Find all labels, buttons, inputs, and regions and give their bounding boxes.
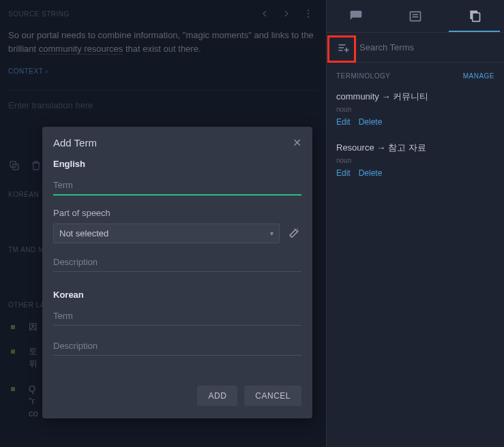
add-term-modal: Add Term ✕ English Part of speech Not se…: [42, 127, 312, 418]
english-term-input[interactable]: [53, 176, 301, 196]
manage-link[interactable]: MANAGE: [463, 72, 494, 80]
korean-term-input[interactable]: [53, 307, 301, 326]
tab-terminology[interactable]: [449, 1, 500, 32]
cancel-button[interactable]: CANCEL: [244, 386, 301, 406]
term-entry: community → 커뮤니티 noun Edit Delete: [327, 85, 504, 136]
edit-link[interactable]: Edit: [336, 117, 351, 127]
delete-link[interactable]: Delete: [359, 168, 383, 178]
search-terms-input[interactable]: [354, 37, 497, 58]
chevron-down-icon: ▾: [270, 230, 273, 237]
svg-rect-9: [472, 12, 479, 21]
terminology-heading: TERMINOLOGY: [336, 72, 390, 80]
terminology-sidebar: TERMINOLOGY MANAGE community → 커뮤니티 noun…: [326, 0, 504, 447]
close-icon[interactable]: ✕: [293, 136, 301, 149]
korean-label: Korean: [53, 290, 301, 300]
term-entry: Resource → 참고 자료 noun Edit Delete: [327, 136, 504, 187]
modal-title: Add Term: [53, 137, 97, 149]
edit-link[interactable]: Edit: [336, 168, 351, 178]
english-label: English: [53, 159, 301, 169]
add-button[interactable]: ADD: [197, 386, 237, 406]
pos-label: Part of speech: [53, 208, 301, 218]
pos-select[interactable]: Not selected ▾: [53, 224, 280, 243]
tab-comments[interactable]: [331, 1, 382, 31]
english-description-input[interactable]: [53, 253, 301, 272]
tab-context[interactable]: [389, 1, 441, 31]
add-term-icon[interactable]: [333, 37, 354, 58]
auto-detect-icon[interactable]: [286, 226, 301, 241]
korean-description-input[interactable]: [53, 337, 301, 356]
delete-link[interactable]: Delete: [359, 117, 383, 127]
